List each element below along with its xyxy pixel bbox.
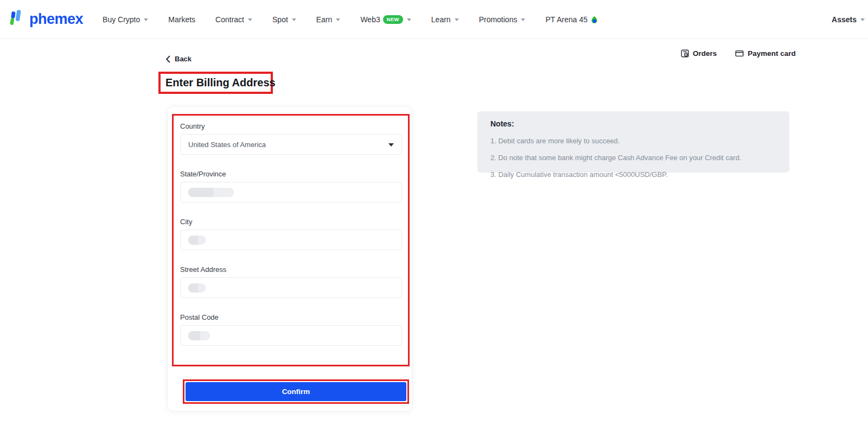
orders-label: Orders <box>693 49 717 58</box>
chevron-down-icon <box>455 18 459 21</box>
country-field-group: Country United States of America <box>180 122 402 155</box>
phemex-logo-icon <box>8 8 27 31</box>
redacted-value <box>188 188 234 197</box>
state-field-group: State/Province <box>180 170 402 202</box>
back-label: Back <box>175 55 192 63</box>
chevron-down-icon <box>336 18 340 21</box>
street-input[interactable] <box>180 277 402 298</box>
page: phemex Buy CryptoMarketsContractSpotEarn… <box>0 0 868 425</box>
postal-label: Postal Code <box>180 313 402 321</box>
new-badge: NEW <box>383 15 403 24</box>
back-button[interactable]: Back <box>165 55 192 63</box>
nav-item-label: Buy Crypto <box>103 15 140 24</box>
notes-panel: Notes: 1. Debit cards are more likely to… <box>477 111 789 173</box>
payment-card-label: Payment card <box>748 49 796 58</box>
nav-item-assets[interactable]: Assets <box>832 15 865 24</box>
phemex-logo[interactable]: phemex <box>8 8 83 31</box>
payment-card-icon <box>735 49 744 58</box>
fields-annotation-box: Country United States of America State/P… <box>172 114 410 366</box>
nav-item-spot[interactable]: Spot <box>272 15 296 24</box>
redacted-value <box>188 283 206 293</box>
city-label: City <box>180 218 402 226</box>
country-select[interactable]: United States of America <box>180 134 402 155</box>
postal-field-group: Postal Code <box>180 313 402 346</box>
nav-item-earn[interactable]: Earn <box>316 15 341 24</box>
chevron-down-icon <box>388 143 394 147</box>
nav-item-pt-arena-45[interactable]: PT Arena 45 <box>545 15 598 24</box>
chevron-left-icon <box>165 55 170 63</box>
nav-item-label: Markets <box>168 15 195 24</box>
chevron-down-icon <box>521 18 525 21</box>
nav-item-label: Web3 <box>360 15 380 24</box>
city-field-group: City <box>180 218 402 250</box>
redacted-value <box>188 236 206 245</box>
note-item: 1. Debit cards are more likely to succee… <box>490 137 776 145</box>
nav-item-buy-crypto[interactable]: Buy Crypto <box>103 15 148 24</box>
postal-input[interactable] <box>180 325 402 346</box>
orders-icon <box>681 49 689 58</box>
orders-button[interactable]: Orders <box>681 49 717 58</box>
nav-item-markets[interactable]: Markets <box>168 15 195 24</box>
street-field-group: Street Address <box>180 265 402 298</box>
note-item: 3. Daily Cumulative transaction amount <… <box>490 170 776 179</box>
flame-icon <box>591 16 598 24</box>
assets-label: Assets <box>832 15 857 24</box>
page-title: Enter Billing Address <box>161 77 276 89</box>
nav-item-label: Promotions <box>479 15 518 24</box>
nav-item-label: Learn <box>431 15 451 24</box>
country-value: United States of America <box>188 141 266 149</box>
state-label: State/Province <box>180 170 402 178</box>
billing-address-card: Country United States of America State/P… <box>167 106 412 411</box>
state-input[interactable] <box>180 182 402 202</box>
nav-item-label: Spot <box>272 15 288 24</box>
chevron-down-icon <box>407 18 411 21</box>
payment-card-button[interactable]: Payment card <box>735 49 796 58</box>
country-label: Country <box>180 122 402 130</box>
title-annotation-box: Enter Billing Address <box>158 72 273 94</box>
header-actions: Orders Payment card <box>681 49 796 58</box>
chevron-down-icon <box>248 18 252 21</box>
nav-item-promotions[interactable]: Promotions <box>479 15 526 24</box>
note-item: 2. Do note that some bank might charge C… <box>490 154 776 162</box>
chevron-down-icon <box>292 18 296 21</box>
notes-title: Notes: <box>490 119 776 128</box>
nav-item-learn[interactable]: Learn <box>431 15 459 24</box>
chevron-down-icon <box>860 18 865 21</box>
phemex-logo-text: phemex <box>29 11 83 28</box>
chevron-down-icon <box>144 18 148 21</box>
nav-item-label: PT Arena 45 <box>545 15 588 24</box>
notes-list: 1. Debit cards are more likely to succee… <box>490 137 776 179</box>
redacted-value <box>188 331 210 340</box>
nav-item-web3[interactable]: Web3NEW <box>360 15 411 24</box>
main-nav: Buy CryptoMarketsContractSpotEarnWeb3NEW… <box>103 15 598 24</box>
nav-item-contract[interactable]: Contract <box>215 15 252 24</box>
confirm-annotation-box: Confirm <box>183 379 409 404</box>
city-input[interactable] <box>180 230 402 250</box>
nav-item-label: Contract <box>215 15 244 24</box>
street-label: Street Address <box>180 265 402 274</box>
nav-item-label: Earn <box>316 15 333 24</box>
confirm-button[interactable]: Confirm <box>186 382 406 401</box>
top-navbar: phemex Buy CryptoMarketsContractSpotEarn… <box>0 0 868 39</box>
